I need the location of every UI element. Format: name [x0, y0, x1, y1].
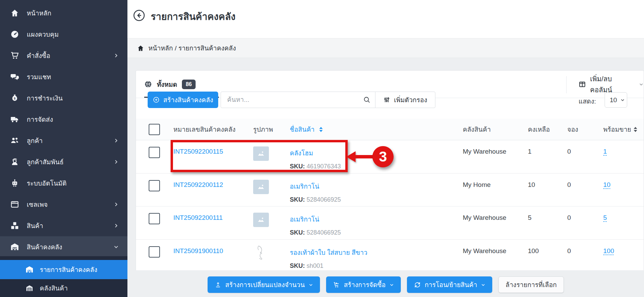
product-photo[interactable]: [256, 245, 266, 261]
sidebar-item-automation[interactable]: ระบบอัตโนมัติ: [0, 173, 127, 194]
annotation-arrow-icon: [346, 151, 356, 162]
sidebar-item-orders[interactable]: คำสั่งซื้อ: [0, 45, 127, 66]
reserved-cell: 0: [567, 148, 603, 155]
create-inventory-button[interactable]: สร้างสินค้าคงคลัง: [148, 92, 218, 108]
row-checkbox[interactable]: [149, 180, 160, 191]
add-filter-button[interactable]: เพิ่มตัวกรอง: [375, 92, 435, 108]
column-header-product-name[interactable]: ชื่อสินค้า: [290, 124, 463, 134]
clear-selection-button[interactable]: ล้างรายการที่เลือก: [498, 276, 564, 293]
select-all-checkbox[interactable]: [149, 124, 160, 135]
table-row: INT25092200112 อเมริกาโน่ SKU: 528406692…: [136, 174, 644, 206]
image-placeholder-icon[interactable]: [253, 213, 269, 227]
table-row: INT25091900110 รองเท้าผ้าใบ ใส่สบาย สีขา…: [136, 240, 644, 270]
sort-icon: [319, 127, 323, 132]
warehouse-cell: My Warehouse: [463, 214, 528, 222]
money-bag-icon: $: [10, 94, 19, 103]
product-name-link[interactable]: อเมริกาโน่: [290, 216, 319, 223]
warehouse-icon: [10, 242, 19, 251]
available-link[interactable]: 1: [603, 148, 607, 155]
available-link[interactable]: 5: [603, 214, 607, 221]
page-size-value: 10: [610, 96, 617, 104]
sidebar-subitem-inventory-list[interactable]: รายการสินค้าคงคลัง: [0, 260, 127, 279]
boxes-icon: [10, 221, 19, 230]
sidebar-item-home[interactable]: หน้าหลัก: [0, 2, 127, 24]
warehouse-cell: My Home: [463, 181, 528, 189]
plus-circle-icon: [153, 96, 160, 103]
garage-icon: [25, 284, 34, 292]
create-purchase-button[interactable]: สร้างการจัดซื้อ: [326, 276, 401, 293]
sidebar-item-salespage[interactable]: เซลเพจ: [0, 194, 127, 215]
sidebar-item-crm[interactable]: ลูกค้าสัมพันธ์: [0, 151, 127, 173]
button-label: สร้างการเปลี่ยนแปลงจำนวน: [225, 280, 305, 290]
create-inventory-label: สร้างสินค้าคงคลัง: [163, 95, 213, 105]
chevron-right-icon: [114, 202, 119, 207]
browser-window-icon: [10, 200, 19, 209]
search-input[interactable]: [221, 92, 375, 108]
sku-label: SKU:: [290, 229, 305, 236]
table-header-row: หมายเลขสินค้าคงคลัง รูปภาพ ชื่อสินค้า คล…: [136, 119, 644, 140]
row-checkbox[interactable]: [149, 147, 160, 158]
sidebar-item-label: สินค้า: [27, 221, 43, 231]
row-checkbox[interactable]: [149, 213, 160, 224]
chevron-down-icon: [114, 245, 119, 249]
reserved-cell: 0: [567, 214, 603, 222]
sidebar-item-inventory[interactable]: สินค้าคงคลัง: [0, 236, 127, 258]
bulk-actions-bar: สร้างการเปลี่ยนแปลงจำนวน สร้างการจัดซื้อ…: [127, 276, 644, 293]
warehouse-cell: My Warehouse: [463, 148, 528, 155]
sort-icon[interactable]: [634, 127, 644, 132]
sidebar-item-dashboard[interactable]: แผงควบคุม: [0, 24, 127, 45]
breadcrumb-path: หน้าหลัก / รายการสินค้าคงคลัง: [148, 43, 236, 53]
sidebar-item-products[interactable]: สินค้า: [0, 215, 127, 236]
inventory-no-link[interactable]: INT25092200115: [173, 148, 223, 155]
dashboard-icon: [10, 30, 19, 39]
create-quantity-change-button[interactable]: สร้างการเปลี่ยนแปลงจำนวน: [208, 276, 320, 293]
search-icon[interactable]: [363, 96, 371, 104]
home-icon: [10, 9, 19, 17]
page-header: รายการสินค้าคงคลัง: [127, 0, 644, 38]
reserved-cell: 0: [567, 247, 603, 255]
chevron-right-icon: [114, 138, 119, 143]
transfer-move-products-button[interactable]: การโอน/ย้ายสินค้า: [407, 276, 492, 293]
page-size-label: แสดง:: [579, 96, 596, 106]
product-name-link[interactable]: อเมริกาโน่: [290, 183, 319, 190]
warehouse-cell: My Warehouse: [463, 247, 528, 255]
row-checkbox[interactable]: [149, 246, 160, 258]
sku-label: SKU:: [290, 262, 305, 269]
sidebar-item-label: ลูกค้าสัมพันธ์: [27, 157, 64, 167]
sidebar-submenu: รายการสินค้าคงคลัง คลังสินค้า: [0, 256, 127, 297]
button-label: ล้างรายการที่เลือก: [506, 280, 557, 290]
sku-value: 4619076343: [307, 163, 341, 170]
sku-value: 5284066925: [307, 196, 341, 203]
sidebar-item-label: คำสั่งซื้อ: [27, 50, 50, 61]
inventory-no-link[interactable]: INT25091900110: [173, 247, 223, 254]
sidebar-item-payments[interactable]: $ การชำระเงิน: [0, 87, 127, 109]
reserved-cell: 0: [567, 181, 603, 189]
sidebar-item-customers[interactable]: ลูกค้า: [0, 130, 127, 151]
available-link[interactable]: 100: [603, 247, 614, 254]
inventory-no-link[interactable]: INT25092200111: [173, 214, 223, 221]
page-size-select[interactable]: 10: [605, 92, 627, 108]
product-name-link[interactable]: คลังโฮม: [290, 150, 313, 157]
product-name-link[interactable]: รองเท้าผ้าใบ ใส่สบาย สีขาว: [290, 249, 368, 256]
back-button[interactable]: [133, 9, 145, 22]
sku-value: sh001: [307, 262, 323, 269]
available-link[interactable]: 10: [603, 181, 610, 188]
breadcrumb[interactable]: หน้าหลัก / รายการสินค้าคงคลัง: [127, 38, 644, 58]
image-placeholder-icon[interactable]: [253, 180, 269, 194]
sidebar-item-chats[interactable]: รวมแชท: [0, 66, 127, 87]
sidebar-item-label: การจัดส่ง: [27, 114, 53, 124]
sliders-icon: [383, 96, 390, 103]
add-filter-label: เพิ่มตัวกรอง: [394, 95, 427, 105]
sidebar-subitem-warehouse[interactable]: คลังสินค้า: [0, 279, 127, 297]
image-placeholder-icon[interactable]: [253, 146, 269, 161]
button-label: สร้างการจัดซื้อ: [344, 280, 386, 290]
sidebar-item-shipping[interactable]: การจัดส่ง: [0, 109, 127, 130]
inventory-no-link[interactable]: INT25092200112: [173, 181, 223, 188]
tab-all-label: ทั้งหมด: [157, 79, 177, 90]
divider: [566, 76, 567, 93]
chevron-down-icon: [389, 283, 394, 287]
sidebar-item-label: ลูกค้า: [27, 135, 43, 146]
chevron-right-icon: [114, 53, 119, 58]
tab-all-count-badge: 86: [182, 80, 196, 89]
column-header-inventory-no: หมายเลขสินค้าคงคลัง: [173, 124, 253, 134]
